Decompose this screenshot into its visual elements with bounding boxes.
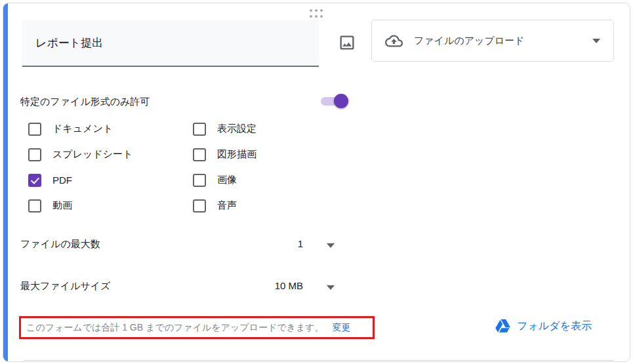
max-files-label: ファイルの最大数 — [20, 238, 100, 251]
filetype-audio[interactable]: 音声 — [193, 193, 257, 218]
google-drive-icon — [495, 317, 512, 334]
filetype-spreadsheet[interactable]: スプレッドシート — [28, 142, 193, 167]
question-type-label: ファイルのアップロード — [414, 35, 525, 47]
max-file-size-value[interactable]: 10 MB — [275, 280, 303, 291]
filetype-pdf[interactable]: PDF — [28, 167, 193, 193]
max-files-dropdown-arrow-icon[interactable] — [327, 243, 335, 248]
quota-highlight-box: このフォームでは合計 1 GB までのファイルをアップロードできます。 変更 — [19, 316, 375, 339]
checkbox[interactable] — [28, 148, 41, 161]
drag-handle-icon[interactable] — [310, 9, 323, 18]
max-files-value[interactable]: 1 — [298, 238, 303, 249]
specific-file-types-label: 特定のファイル形式のみ許可 — [20, 96, 150, 108]
view-folder-label: フォルダを表示 — [517, 319, 592, 333]
quota-message: このフォームでは合計 1 GB までのファイルをアップロードできます。 — [26, 322, 324, 334]
checkbox[interactable] — [193, 174, 206, 187]
question-card: レポート提出 ファイルのアップロード 特定のファイル形式のみ許可 ドキュメント — [3, 3, 630, 362]
filetype-document[interactable]: ドキュメント — [28, 116, 193, 142]
checkbox-checked[interactable] — [28, 174, 41, 187]
file-type-checkbox-grid: ドキュメント スプレッドシート PDF 動画 表示設定 図形描画 — [28, 116, 257, 218]
filetype-video[interactable]: 動画 — [28, 193, 193, 218]
change-quota-link[interactable]: 変更 — [333, 322, 351, 334]
max-file-size-dropdown-arrow-icon[interactable] — [327, 285, 335, 290]
card-footer-divider — [24, 360, 614, 361]
checkbox[interactable] — [28, 123, 41, 136]
question-title-input[interactable]: レポート提出 — [22, 20, 319, 67]
page: レポート提出 ファイルのアップロード 特定のファイル形式のみ許可 ドキュメント — [0, 0, 637, 364]
checkbox[interactable] — [193, 123, 206, 136]
add-image-button[interactable] — [335, 31, 359, 54]
max-file-size-label: 最大ファイルサイズ — [20, 280, 110, 293]
filetype-drawing[interactable]: 図形描画 — [193, 142, 257, 167]
question-type-dropdown[interactable]: ファイルのアップロード — [371, 20, 614, 62]
filetype-image[interactable]: 画像 — [193, 167, 257, 193]
chevron-down-icon — [592, 39, 600, 43]
specific-file-types-toggle[interactable] — [321, 92, 351, 110]
cloud-upload-icon — [385, 32, 403, 50]
toggle-thumb — [334, 94, 348, 108]
filetype-presentation[interactable]: 表示設定 — [193, 116, 257, 142]
selected-question-accent-bar — [3, 3, 8, 361]
checkbox[interactable] — [193, 148, 206, 161]
checkbox[interactable] — [193, 199, 206, 212]
view-folder-link[interactable]: フォルダを表示 — [495, 317, 592, 335]
checkbox[interactable] — [28, 199, 41, 212]
image-icon — [338, 33, 356, 52]
